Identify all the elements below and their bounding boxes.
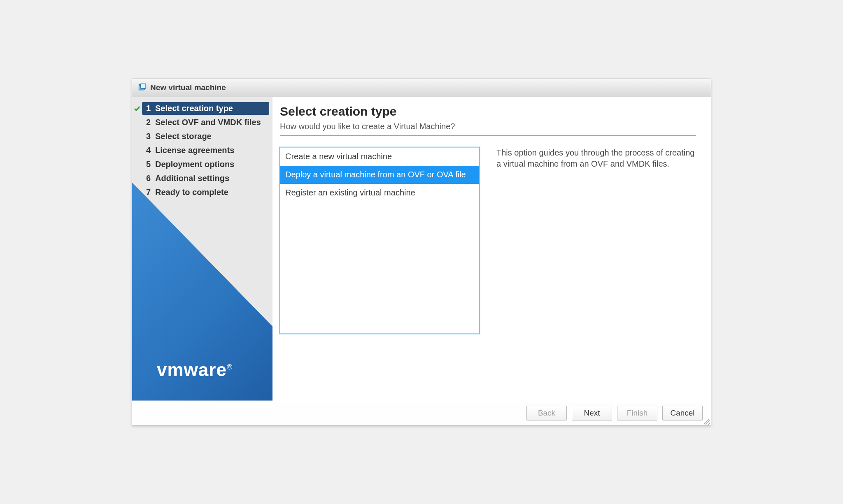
creation-option-3[interactable]: Register an existing virtual machine (280, 184, 479, 202)
wizard-sidebar: vmware® 1Select creation type2Select OVF… (132, 97, 272, 401)
next-button[interactable]: Next (572, 406, 612, 420)
option-description: This option guides you through the proce… (496, 147, 696, 397)
cancel-button[interactable]: Cancel (662, 406, 703, 420)
wizard-footer: Back Next Finish Cancel (132, 401, 711, 425)
step-number: 4 (146, 146, 155, 155)
check-icon (134, 105, 140, 111)
wizard-step-5[interactable]: 5Deployment options (142, 158, 269, 171)
divider (280, 135, 696, 136)
step-number: 7 (146, 188, 155, 197)
svg-rect-1 (140, 84, 146, 88)
wizard-step-6[interactable]: 6Additional settings (142, 172, 269, 185)
creation-type-list[interactable]: Create a new virtual machineDeploy a vir… (280, 147, 479, 334)
wizard-main: Select creation type How would you like … (272, 97, 711, 401)
page-subtitle: How would you like to create a Virtual M… (280, 122, 696, 131)
step-number: 1 (146, 104, 155, 113)
new-vm-wizard: New virtual machine vmware® 1Select crea… (132, 79, 711, 426)
step-number: 3 (146, 132, 155, 141)
step-label: Deployment options (155, 160, 234, 169)
step-label: Select creation type (155, 104, 233, 113)
creation-option-2[interactable]: Deploy a virtual machine from an OVF or … (280, 166, 479, 184)
resize-grip[interactable] (704, 419, 710, 425)
vm-icon (138, 83, 147, 92)
wizard-step-4[interactable]: 4License agreements (142, 144, 269, 157)
title-bar: New virtual machine (132, 79, 711, 97)
creation-option-1[interactable]: Create a new virtual machine (280, 148, 479, 166)
step-label: Select storage (155, 132, 212, 141)
wizard-steps: 1Select creation type2Select OVF and VMD… (132, 97, 272, 199)
wizard-step-2[interactable]: 2Select OVF and VMDK files (142, 116, 269, 129)
step-label: Additional settings (155, 174, 229, 183)
finish-button[interactable]: Finish (617, 406, 657, 420)
step-label: License agreements (155, 146, 234, 155)
page-title: Select creation type (280, 105, 696, 118)
step-label: Select OVF and VMDK files (155, 118, 261, 127)
step-number: 2 (146, 118, 155, 127)
step-number: 5 (146, 160, 155, 169)
wizard-step-7[interactable]: 7Ready to complete (142, 186, 269, 199)
step-number: 6 (146, 174, 155, 183)
wizard-step-3[interactable]: 3Select storage (142, 130, 269, 143)
vmware-logo: vmware® (157, 360, 233, 380)
back-button[interactable]: Back (526, 406, 567, 420)
wizard-step-1[interactable]: 1Select creation type (142, 102, 269, 115)
window-title: New virtual machine (150, 83, 226, 92)
step-label: Ready to complete (155, 188, 228, 197)
